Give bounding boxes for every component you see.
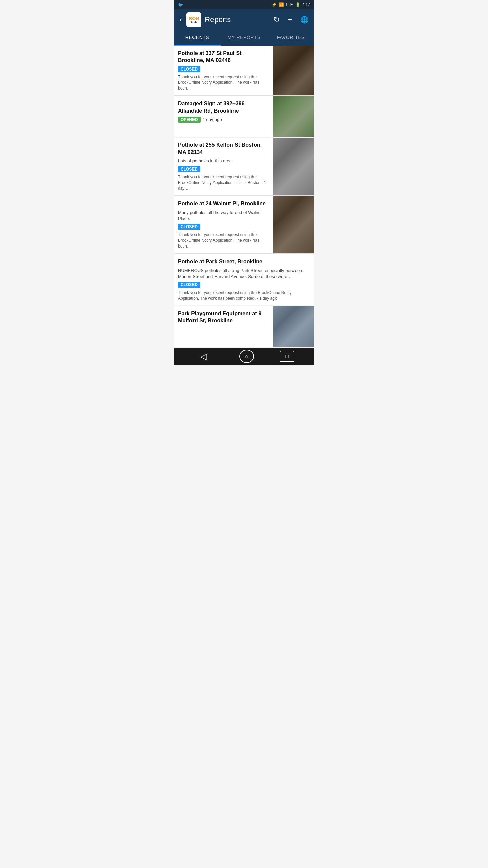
report-content: Damaged Sign at 392–396 Allandale Rd, Br… <box>174 96 273 137</box>
report-title: Pothole at 24 Walnut Pl, Brookline <box>178 200 269 208</box>
report-description: NUMEROUS potholes all along Park Street,… <box>178 268 310 280</box>
bluetooth-icon: ⚡ <box>272 2 277 7</box>
list-item[interactable]: Park Playground Equipment at 9 Mulford S… <box>174 306 314 347</box>
report-title: Park Playground Equipment at 9 Mulford S… <box>178 310 269 324</box>
logo-bon-text: BON <box>189 16 199 21</box>
logo-line-text: LINE <box>189 21 199 23</box>
image-placeholder <box>273 306 314 347</box>
report-image <box>273 96 314 137</box>
lte-label: LTE <box>286 2 293 7</box>
back-nav-button[interactable]: ◁ <box>194 349 214 364</box>
status-badge: CLOSED <box>178 166 200 172</box>
time-label: 4:17 <box>302 2 310 7</box>
tab-my-reports[interactable]: MY REPORTS <box>221 30 267 45</box>
list-item[interactable]: Pothole at 337 St Paul St Brookline, MA … <box>174 46 314 96</box>
report-status-row: CLOSED Thank you for your recent request… <box>178 66 269 91</box>
report-content: Pothole at Park Street, Brookline NUMERO… <box>174 254 314 305</box>
report-image <box>273 46 314 95</box>
report-status-row: CLOSED Thank you for your recent request… <box>178 224 269 249</box>
report-title: Damaged Sign at 392–396 Allandale Rd, Br… <box>178 100 269 115</box>
report-content: Park Playground Equipment at 9 Mulford S… <box>174 306 273 347</box>
report-status-row: OPENED 1 day ago <box>178 117 269 123</box>
status-message: Thank you for your recent request using … <box>178 174 269 191</box>
tab-favorites[interactable]: FAVORITES <box>267 30 314 45</box>
status-badge: CLOSED <box>178 224 200 230</box>
signal-icon: 📶 <box>279 2 284 7</box>
report-list: Pothole at 337 St Paul St Brookline, MA … <box>174 46 314 347</box>
report-content: Pothole at 255 Kelton St Boston, MA 0213… <box>174 138 273 195</box>
report-status-row: CLOSED Thank you for your recent request… <box>178 282 310 301</box>
image-placeholder <box>273 196 314 253</box>
report-content: Pothole at 24 Walnut Pl, Brookline Many … <box>174 196 273 253</box>
status-bar-left: 🐦 <box>178 2 183 7</box>
refresh-button[interactable]: ↻ <box>272 14 281 25</box>
report-title: Pothole at 337 St Paul St Brookline, MA … <box>178 50 269 64</box>
status-bar-right: ⚡ 📶 LTE 🔋 4:17 <box>272 2 310 7</box>
bottom-nav: ◁ ○ □ <box>174 348 314 365</box>
globe-button[interactable]: 🌐 <box>299 14 310 25</box>
status-badge: CLOSED <box>178 282 200 288</box>
list-item[interactable]: Pothole at 255 Kelton St Boston, MA 0213… <box>174 138 314 196</box>
add-button[interactable]: + <box>286 14 293 25</box>
status-bar: 🐦 ⚡ 📶 LTE 🔋 4:17 <box>174 0 314 9</box>
back-button[interactable]: ‹ <box>178 14 183 25</box>
report-content: Pothole at 337 St Paul St Brookline, MA … <box>174 46 273 95</box>
tab-recents[interactable]: RECENTS <box>174 30 221 45</box>
image-placeholder <box>273 138 314 195</box>
app-bar: ‹ BON LINE Reports ↻ + 🌐 <box>174 9 314 30</box>
list-item[interactable]: Pothole at Park Street, Brookline NUMERO… <box>174 254 314 306</box>
app-bar-actions: ↻ + 🌐 <box>272 14 310 25</box>
app-title: Reports <box>205 15 269 24</box>
status-badge: CLOSED <box>178 66 200 72</box>
app-logo: BON LINE <box>186 12 201 27</box>
report-title: Pothole at Park Street, Brookline <box>178 258 310 265</box>
report-description: Lots of potholes in this area <box>178 158 269 164</box>
status-badge: OPENED <box>178 117 201 123</box>
report-description: Many potholes all the way to end of Waln… <box>178 210 269 222</box>
battery-icon: 🔋 <box>295 2 300 7</box>
report-image <box>273 138 314 195</box>
report-title: Pothole at 255 Kelton St Boston, MA 0213… <box>178 142 269 156</box>
list-item[interactable]: Pothole at 24 Walnut Pl, Brookline Many … <box>174 196 314 254</box>
status-message: Thank you for your recent request using … <box>178 232 269 249</box>
status-message: Thank you for your recent request using … <box>178 290 310 301</box>
report-status-row: CLOSED Thank you for your recent request… <box>178 166 269 191</box>
recent-nav-button[interactable]: □ <box>280 351 294 362</box>
report-image <box>273 196 314 253</box>
tab-bar: RECENTS MY REPORTS FAVORITES <box>174 30 314 46</box>
home-nav-button[interactable]: ○ <box>239 350 254 363</box>
status-message: Thank you for your recent request using … <box>178 74 269 91</box>
app-icon-small: 🐦 <box>178 2 183 7</box>
image-placeholder <box>273 96 314 137</box>
list-item[interactable]: Damaged Sign at 392–396 Allandale Rd, Br… <box>174 96 314 137</box>
status-message: 1 day ago <box>203 117 222 123</box>
report-image <box>273 306 314 347</box>
image-placeholder <box>273 46 314 95</box>
